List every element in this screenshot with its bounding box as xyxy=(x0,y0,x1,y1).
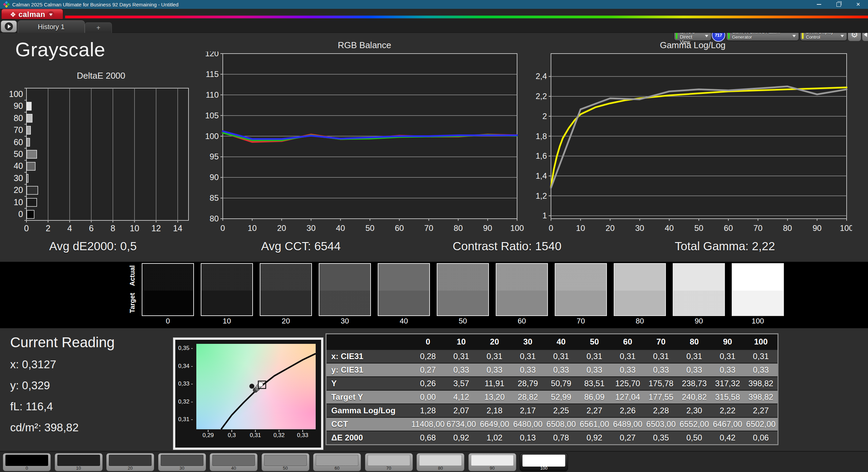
pattern-button-20[interactable]: 20 xyxy=(106,453,154,471)
table-cell: 127,04 xyxy=(611,391,644,404)
pattern-button-30[interactable]: 30 xyxy=(158,453,206,471)
pattern-button-80[interactable]: 80 xyxy=(416,453,465,471)
pattern-swatch xyxy=(264,455,307,466)
pattern-button-90[interactable]: 90 xyxy=(468,453,516,471)
table-cell: 0,68 xyxy=(411,431,445,444)
table-cell: 6552,00 xyxy=(678,418,711,431)
reading-cdm2: cd/m²: 398,82 xyxy=(10,421,79,434)
minimize-button[interactable] xyxy=(809,0,829,9)
column-header: 20 xyxy=(478,334,511,349)
column-header: 40 xyxy=(545,334,578,349)
table-row: Target Y0,004,1213,2028,8252,9986,09127,… xyxy=(327,390,777,404)
pattern-button-10[interactable]: 10 xyxy=(55,453,103,471)
table-cell: 0,33 xyxy=(678,363,711,376)
cie-y-tick: 0,34 - xyxy=(177,363,193,370)
svg-text:1,4: 1,4 xyxy=(536,171,547,180)
svg-text:0: 0 xyxy=(220,223,225,233)
table-cell: 4,12 xyxy=(445,391,478,404)
table-cell: 0,13 xyxy=(511,431,545,444)
grayscale-swatch-strip: Actual Target 0102030405060708090100 xyxy=(0,262,868,328)
svg-text:0: 0 xyxy=(18,209,23,219)
app-icon xyxy=(3,1,10,8)
table-cell: 1,02 xyxy=(478,431,511,444)
table-cell: 0,31 xyxy=(445,350,478,363)
swatch-level-80 xyxy=(614,263,666,316)
table-cell: 6508,00 xyxy=(545,418,578,431)
cie-overlay xyxy=(175,340,321,448)
stat-avg-de2000: Avg dE2000: 0,5 xyxy=(49,239,137,253)
calman-menu-button[interactable]: ❖ calman xyxy=(1,9,63,20)
pattern-button-100[interactable]: 100 xyxy=(520,453,568,471)
svg-text:40: 40 xyxy=(14,161,23,171)
rainbow-divider xyxy=(65,16,868,18)
table-cell: 6489,00 xyxy=(611,418,644,431)
gamma-plot: 11,21,41,61,822,22,401020304050607080901… xyxy=(533,52,852,241)
svg-text:2: 2 xyxy=(46,223,51,233)
svg-text:50: 50 xyxy=(366,223,375,233)
table-cell: 0,33 xyxy=(478,363,511,376)
svg-text:10: 10 xyxy=(248,223,257,233)
calman-menu-dropdown[interactable] xyxy=(47,11,54,18)
pattern-button-70[interactable]: 70 xyxy=(365,453,413,471)
rgb-balance-chart-title: RGB Balance xyxy=(205,40,524,51)
svg-text:12: 12 xyxy=(151,223,161,233)
cie-y-tick: 0,32 - xyxy=(177,398,193,405)
table-cell: 6649,00 xyxy=(478,418,511,431)
table-cell: 0,42 xyxy=(711,431,744,444)
swatch-label: 50 xyxy=(437,317,489,326)
tab-scroll-button[interactable] xyxy=(1,20,17,33)
svg-text:2,4: 2,4 xyxy=(536,72,547,81)
column-header: 30 xyxy=(511,334,545,349)
cie-x-tick: 0,31 xyxy=(245,432,265,439)
svg-text:2: 2 xyxy=(542,112,547,121)
table-cell: 28,79 xyxy=(511,377,545,390)
pattern-swatch xyxy=(109,455,152,466)
page-title: Grayscale xyxy=(15,38,105,61)
window-title: Calman 2025 Calman Ultimate for Business… xyxy=(12,2,178,7)
restore-icon xyxy=(836,2,841,7)
tab-strip: History 1 + xyxy=(0,19,868,33)
svg-text:20: 20 xyxy=(277,223,286,233)
pattern-button-50[interactable]: 50 xyxy=(261,453,310,471)
row-label: y: CIE31 xyxy=(327,363,411,376)
svg-text:60: 60 xyxy=(395,223,404,233)
table-cell: 0,33 xyxy=(545,363,578,376)
swatch-label: 20 xyxy=(260,317,312,326)
table-cell: 240,82 xyxy=(678,391,711,404)
table-cell: 0,31 xyxy=(511,350,545,363)
svg-text:60: 60 xyxy=(14,137,23,147)
svg-text:50: 50 xyxy=(14,149,23,159)
close-button[interactable]: ✕ xyxy=(848,0,868,9)
add-tab-button[interactable]: + xyxy=(85,22,112,33)
svg-text:10: 10 xyxy=(576,223,585,233)
restore-button[interactable] xyxy=(829,0,848,9)
swatch-level-20 xyxy=(260,263,312,316)
reading-fl: fL: 116,4 xyxy=(10,400,53,413)
tab-history-1[interactable]: History 1 xyxy=(18,20,85,33)
svg-text:80: 80 xyxy=(14,113,23,123)
chevron-down-icon xyxy=(841,35,844,37)
svg-text:100: 100 xyxy=(9,89,23,99)
svg-text:1,6: 1,6 xyxy=(536,151,547,160)
svg-text:100: 100 xyxy=(510,223,524,233)
pattern-label: 20 xyxy=(106,466,154,471)
column-header: 0 xyxy=(411,334,445,349)
pattern-button-60[interactable]: 60 xyxy=(313,453,361,471)
svg-text:90: 90 xyxy=(812,223,822,233)
table-cell: 2,30 xyxy=(678,404,711,417)
pattern-button-0[interactable]: 0 xyxy=(3,453,51,471)
svg-text:90: 90 xyxy=(210,173,219,182)
svg-text:70: 70 xyxy=(424,223,433,233)
swatch-level-70 xyxy=(555,263,607,316)
swatch-label: 30 xyxy=(319,317,371,326)
svg-text:1,2: 1,2 xyxy=(536,191,547,200)
pattern-button-40[interactable]: 40 xyxy=(210,453,258,471)
table-cell: 0,31 xyxy=(644,350,677,363)
chevron-left-icon xyxy=(864,32,867,37)
column-header: 100 xyxy=(744,334,777,349)
table-cell: 6561,00 xyxy=(578,418,611,431)
table-cell: 0,33 xyxy=(744,363,777,376)
column-header: 50 xyxy=(578,334,611,349)
svg-text:115: 115 xyxy=(206,70,219,79)
pattern-label: 50 xyxy=(262,466,309,471)
